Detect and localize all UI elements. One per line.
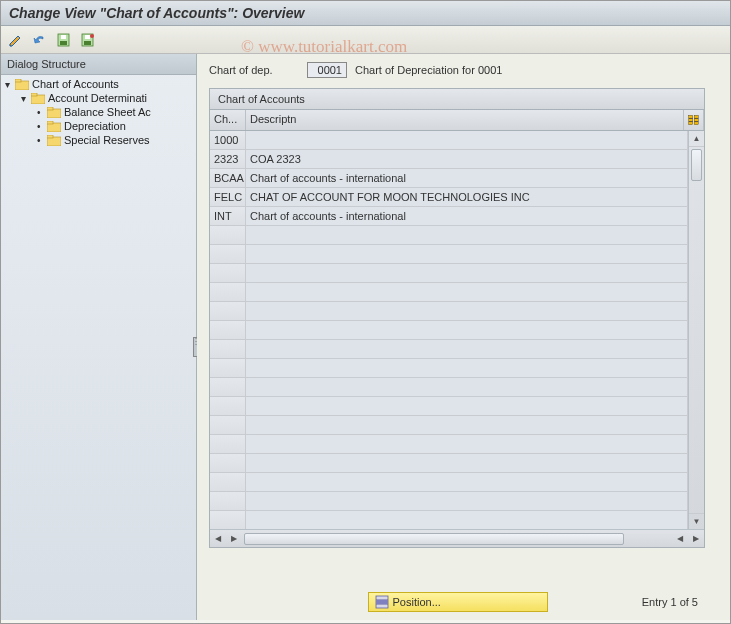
- table-row[interactable]: [210, 245, 704, 264]
- table-row[interactable]: [210, 454, 704, 473]
- cell-desc[interactable]: [246, 226, 688, 244]
- cell-code[interactable]: [210, 378, 246, 396]
- cell-desc[interactable]: [246, 302, 688, 320]
- cell-code[interactable]: 2323: [210, 150, 246, 168]
- cell-desc[interactable]: CHAT OF ACCOUNT FOR MOON TECHNOLOGIES IN…: [246, 188, 688, 206]
- table-row[interactable]: [210, 378, 704, 397]
- toggle-edit-icon[interactable]: [7, 31, 25, 49]
- undo-icon[interactable]: [31, 31, 49, 49]
- table-row[interactable]: [210, 511, 704, 529]
- tree-toggle-icon[interactable]: •: [37, 135, 47, 146]
- tree-item-depreciation[interactable]: •Depreciation: [1, 119, 196, 133]
- table-row[interactable]: INTChart of accounts - international: [210, 207, 704, 226]
- cell-desc[interactable]: Chart of accounts - international: [246, 169, 688, 187]
- tree-toggle-icon[interactable]: •: [37, 107, 47, 118]
- table-row[interactable]: [210, 226, 704, 245]
- cell-code[interactable]: [210, 283, 246, 301]
- tree-item-account-determinati[interactable]: ▾Account Determinati: [1, 91, 196, 105]
- cell-desc[interactable]: [246, 492, 688, 510]
- cell-desc[interactable]: [246, 416, 688, 434]
- svg-rect-5: [85, 35, 90, 39]
- cell-code[interactable]: [210, 492, 246, 510]
- cell-desc[interactable]: [246, 321, 688, 339]
- cell-code[interactable]: INT: [210, 207, 246, 225]
- scroll-left-end-icon[interactable]: ◀: [672, 531, 688, 547]
- scroll-down-icon[interactable]: ▼: [689, 513, 704, 529]
- table-row[interactable]: 2323COA 2323: [210, 150, 704, 169]
- save-all-icon[interactable]: [55, 31, 73, 49]
- table-row[interactable]: BCAAChart of accounts - international: [210, 169, 704, 188]
- cell-desc[interactable]: [246, 435, 688, 453]
- sidebar-header: Dialog Structure: [1, 54, 196, 75]
- svg-rect-10: [31, 93, 37, 96]
- tree-item-special-reserves[interactable]: •Special Reserves: [1, 133, 196, 147]
- scroll-thumb-v[interactable]: [691, 149, 702, 181]
- tree-item-chart-of-accounts[interactable]: ▾Chart of Accounts: [1, 77, 196, 91]
- table-row[interactable]: [210, 359, 704, 378]
- cell-code[interactable]: [210, 321, 246, 339]
- cell-code[interactable]: [210, 511, 246, 529]
- scroll-thumb-h[interactable]: [244, 533, 624, 545]
- scroll-up-icon[interactable]: ▲: [689, 131, 704, 147]
- cell-desc[interactable]: Chart of accounts - international: [246, 207, 688, 225]
- cell-desc[interactable]: [246, 340, 688, 358]
- scroll-right-end-icon[interactable]: ▶: [688, 531, 704, 547]
- cell-desc[interactable]: [246, 473, 688, 491]
- save-icon[interactable]: [79, 31, 97, 49]
- cell-code[interactable]: [210, 435, 246, 453]
- scroll-right-step-icon[interactable]: ▶: [226, 531, 242, 547]
- cell-desc[interactable]: [246, 245, 688, 263]
- cell-desc[interactable]: [246, 264, 688, 282]
- tree-toggle-icon[interactable]: •: [37, 121, 47, 132]
- cell-desc[interactable]: [246, 283, 688, 301]
- table-row[interactable]: [210, 435, 704, 454]
- svg-point-6: [90, 34, 94, 38]
- chart-dep-input[interactable]: [307, 62, 347, 78]
- table-row[interactable]: [210, 264, 704, 283]
- table-row[interactable]: [210, 321, 704, 340]
- table-row[interactable]: [210, 283, 704, 302]
- cell-desc[interactable]: [246, 454, 688, 472]
- table-row[interactable]: [210, 473, 704, 492]
- cell-code[interactable]: [210, 454, 246, 472]
- table-row[interactable]: FELCCHAT OF ACCOUNT FOR MOON TECHNOLOGIE…: [210, 188, 704, 207]
- table-row[interactable]: [210, 340, 704, 359]
- column-header-code[interactable]: Ch...: [210, 110, 246, 130]
- position-button[interactable]: Position...: [368, 592, 548, 612]
- cell-desc[interactable]: COA 2323: [246, 150, 688, 168]
- table-config-button[interactable]: [684, 110, 704, 130]
- cell-code[interactable]: [210, 473, 246, 491]
- cell-desc[interactable]: [246, 511, 688, 529]
- folder-icon: [15, 79, 29, 90]
- table-row[interactable]: [210, 416, 704, 435]
- svg-rect-16: [47, 135, 53, 138]
- cell-code[interactable]: BCAA: [210, 169, 246, 187]
- cell-desc[interactable]: [246, 397, 688, 415]
- tree-toggle-icon[interactable]: ▾: [21, 93, 31, 104]
- cell-code[interactable]: [210, 359, 246, 377]
- cell-code[interactable]: [210, 302, 246, 320]
- cell-desc[interactable]: [246, 131, 688, 149]
- horizontal-scrollbar[interactable]: ◀ ▶ ◀ ▶: [210, 529, 704, 547]
- table-row[interactable]: 1000: [210, 131, 704, 150]
- scroll-left-icon[interactable]: ◀: [210, 531, 226, 547]
- table-row[interactable]: [210, 492, 704, 511]
- cell-desc[interactable]: [246, 359, 688, 377]
- tree-toggle-icon[interactable]: ▾: [5, 79, 15, 90]
- cell-code[interactable]: [210, 245, 246, 263]
- vertical-scrollbar[interactable]: ▲ ▼: [688, 131, 704, 529]
- cell-code[interactable]: [210, 226, 246, 244]
- cell-code[interactable]: 1000: [210, 131, 246, 149]
- position-icon: [375, 595, 389, 609]
- cell-code[interactable]: [210, 264, 246, 282]
- cell-code[interactable]: [210, 416, 246, 434]
- tree-item-balance-sheet-ac[interactable]: •Balance Sheet Ac: [1, 105, 196, 119]
- cell-code[interactable]: [210, 397, 246, 415]
- cell-code[interactable]: [210, 340, 246, 358]
- cell-desc[interactable]: [246, 378, 688, 396]
- cell-code[interactable]: FELC: [210, 188, 246, 206]
- table-row[interactable]: [210, 302, 704, 321]
- svg-rect-11: [47, 109, 61, 118]
- column-header-desc[interactable]: Descriptn: [246, 110, 684, 130]
- table-row[interactable]: [210, 397, 704, 416]
